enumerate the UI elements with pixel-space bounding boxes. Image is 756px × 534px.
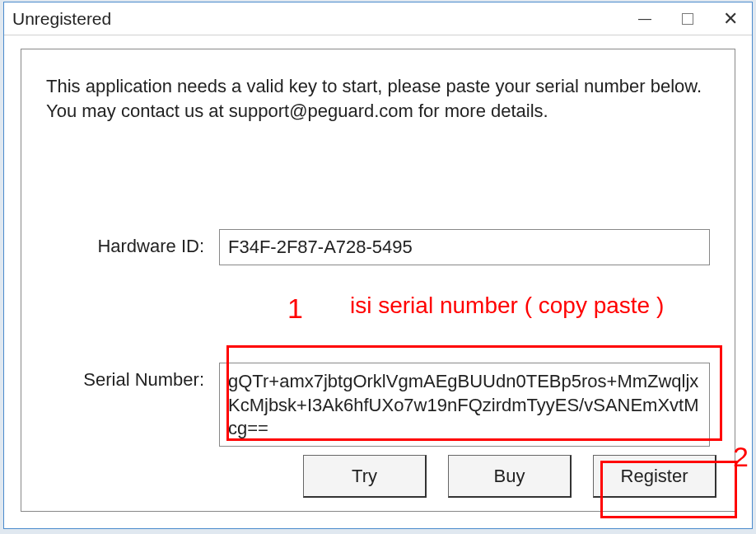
try-button[interactable]: Try — [303, 455, 427, 498]
serial-number-input[interactable] — [219, 363, 710, 447]
hardware-id-row: Hardware ID: — [46, 229, 710, 265]
instruction-text: This application needs a valid key to st… — [46, 74, 710, 123]
minimize-button[interactable]: — — [623, 2, 666, 35]
button-row: Try Buy Register — [303, 455, 716, 498]
close-button[interactable]: ✕ — [709, 2, 752, 35]
register-button[interactable]: Register — [593, 455, 716, 498]
serial-number-field-wrap — [219, 363, 710, 450]
serial-number-label: Serial Number: — [46, 363, 219, 391]
maximize-button[interactable] — [666, 2, 709, 35]
content-frame: This application needs a valid key to st… — [21, 49, 735, 512]
serial-number-row: Serial Number: — [46, 363, 710, 450]
window-title: Unregistered — [12, 9, 111, 29]
hardware-id-input[interactable] — [219, 229, 710, 265]
registration-window: Unregistered — ✕ This application needs … — [3, 2, 753, 529]
titlebar: Unregistered — ✕ — [4, 2, 752, 35]
hardware-id-field-wrap — [219, 229, 710, 265]
window-controls: — ✕ — [623, 2, 752, 35]
hardware-id-label: Hardware ID: — [46, 229, 219, 257]
buy-button[interactable]: Buy — [448, 455, 572, 498]
